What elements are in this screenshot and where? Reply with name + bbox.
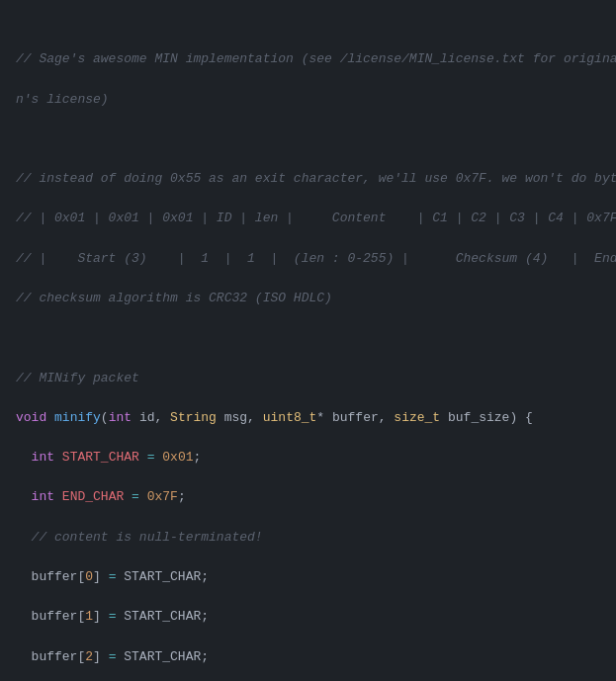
code-line: buffer[1] = START_CHAR;: [16, 607, 600, 627]
code-line: n's license): [16, 90, 600, 110]
code-line: // | Start (3) | 1 | 1 | (len : 0-255) |…: [16, 249, 600, 269]
code-line: [16, 129, 600, 149]
code-line: buffer[2] = START_CHAR;: [16, 647, 600, 667]
code-line: // instead of doing 0x55 as an exit char…: [16, 169, 600, 189]
code-line: // Sage's awesome MIN implementation (se…: [16, 49, 600, 69]
code-line: // MINify packet: [16, 369, 600, 388]
code-line: // | 0x01 | 0x01 | 0x01 | ID | len | Con…: [16, 209, 600, 228]
code-line: int START_CHAR = 0x01;: [16, 448, 600, 468]
code-line: [16, 328, 600, 348]
code-editor: // Sage's awesome MIN implementation (se…: [0, 0, 616, 681]
code-line: // content is null-terminated!: [16, 528, 600, 548]
code-line: buffer[0] = START_CHAR;: [16, 567, 600, 587]
code-line: // checksum algorithm is CRC32 (ISO HDLC…: [16, 289, 600, 308]
code-line: int END_CHAR = 0x7F;: [16, 487, 600, 507]
code-line: void minify(int id, String msg, uint8_t*…: [16, 408, 600, 428]
